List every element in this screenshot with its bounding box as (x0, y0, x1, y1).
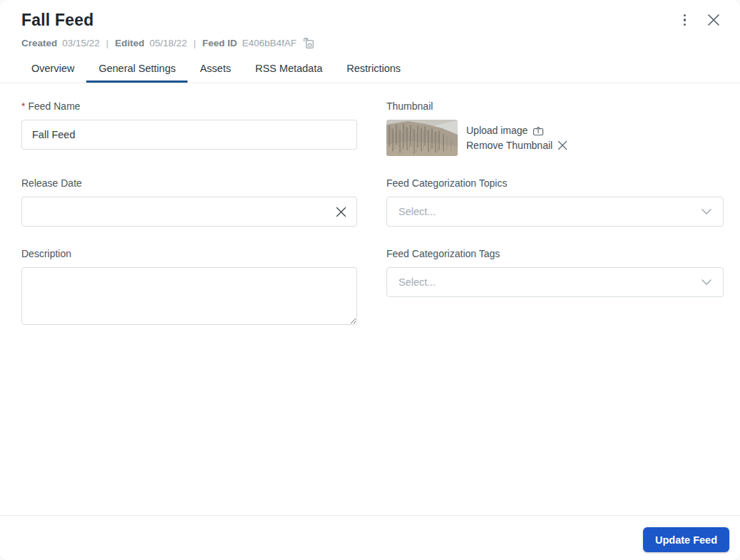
tab-rss-metadata[interactable]: RSS Metadata (243, 58, 334, 83)
upload-icon (533, 125, 544, 136)
description-textarea[interactable] (21, 267, 357, 325)
thumbnail-field: Thumbnail (386, 100, 724, 156)
feed-id-label: Feed ID (202, 38, 237, 48)
tags-select[interactable]: Select... (386, 267, 724, 297)
created-label: Created (21, 38, 57, 48)
modal-footer: Update Feed (0, 515, 740, 560)
copy-feed-id-button[interactable] (303, 37, 314, 49)
clear-x-icon (336, 207, 346, 217)
edited-label: Edited (115, 38, 144, 48)
remove-thumbnail-button[interactable]: Remove Thumbnail (466, 140, 567, 151)
feed-name-input[interactable] (21, 120, 357, 150)
topics-field: Feed Categorization Topics Select... (386, 177, 724, 227)
release-date-label: Release Date (21, 177, 357, 189)
tab-bar: Overview General Settings Assets RSS Met… (0, 58, 740, 83)
feed-name-label: * Feed Name (21, 100, 357, 112)
required-marker: * (21, 100, 25, 112)
tab-overview[interactable]: Overview (19, 58, 86, 83)
chevron-down-icon (701, 278, 712, 286)
update-feed-button[interactable]: Update Feed (643, 527, 729, 552)
tab-general-settings[interactable]: General Settings (86, 58, 187, 83)
tags-label: Feed Categorization Tags (386, 248, 724, 259)
kebab-menu-icon (684, 14, 687, 26)
page-title: Fall Feed (21, 11, 719, 30)
tags-field: Feed Categorization Tags Select... (386, 248, 724, 325)
edit-feed-modal: Fall Feed Created 03/15/22 | Edited 05/1… (0, 0, 740, 560)
copy-icon (303, 37, 314, 49)
release-date-field: Release Date (21, 177, 357, 227)
remove-thumbnail-x-icon (557, 140, 567, 150)
description-field: Description (21, 248, 357, 325)
more-options-button[interactable] (682, 13, 688, 28)
close-button[interactable] (706, 12, 721, 28)
chevron-down-icon (701, 207, 712, 216)
feed-meta: Created 03/15/22 | Edited 05/18/22 | Fee… (21, 37, 719, 49)
close-icon (707, 14, 720, 26)
general-settings-form: * Feed Name Thumbnail (0, 83, 740, 325)
topics-placeholder: Select... (399, 206, 436, 217)
tab-assets[interactable]: Assets (187, 58, 243, 83)
tags-placeholder: Select... (399, 276, 436, 288)
thumbnail-image (386, 120, 458, 156)
clear-release-date-button[interactable] (330, 197, 351, 227)
release-date-input[interactable] (21, 197, 357, 227)
topics-select[interactable]: Select... (386, 197, 724, 227)
tab-restrictions[interactable]: Restrictions (334, 58, 413, 83)
topics-label: Feed Categorization Topics (386, 177, 724, 189)
created-value: 03/15/22 (62, 38, 100, 48)
thumbnail-label: Thumbnail (386, 100, 724, 112)
edited-value: 05/18/22 (150, 38, 187, 48)
modal-header: Fall Feed Created 03/15/22 | Edited 05/1… (0, 0, 740, 49)
upload-image-button[interactable]: Upload image (466, 125, 567, 136)
feed-id-value: E406bB4fAF (242, 38, 297, 48)
feed-name-field: * Feed Name (21, 100, 357, 156)
description-label: Description (21, 248, 357, 259)
